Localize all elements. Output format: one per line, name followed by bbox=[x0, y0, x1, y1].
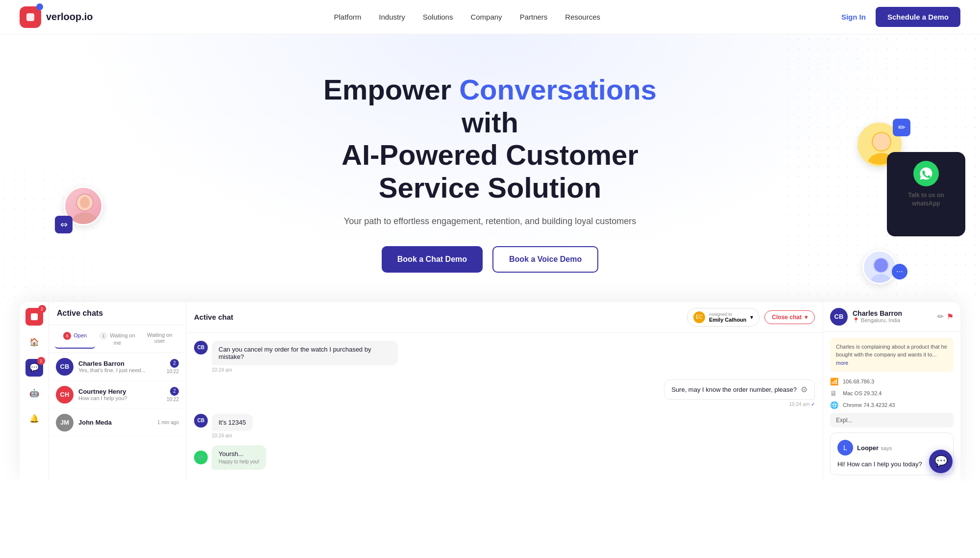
msg-text-2: Sure, may I know the order number, pleas… bbox=[671, 386, 797, 393]
message-4: 🛒 Yoursh... Happy to help you! bbox=[194, 445, 815, 470]
msg-bubble-1: Can you cancel my order for the watch I … bbox=[212, 341, 398, 365]
hero-title-plain: Empower bbox=[323, 74, 459, 105]
msg-avatar-3: CB bbox=[194, 414, 208, 428]
chat-widget-fab[interactable]: 💬 bbox=[929, 450, 953, 473]
sidebar-brand-icon[interactable] bbox=[25, 308, 43, 326]
looper-info: Looper says bbox=[857, 443, 892, 452]
assigned-button[interactable]: EC Assigned to Emily Calhoun ▾ bbox=[687, 308, 760, 327]
os-value: Mac OS 29.32.4 bbox=[843, 390, 882, 396]
note-more-link[interactable]: more bbox=[836, 360, 848, 366]
tab-waiting-me[interactable]: 1 Waiting on me bbox=[97, 329, 137, 349]
svg-point-7 bbox=[873, 133, 890, 151]
book-chat-demo-button[interactable]: Book a Chat Demo bbox=[382, 246, 483, 273]
whatsapp-cta-text: Talk to us on whatsApp bbox=[897, 191, 956, 208]
waiting-me-badge: 1 bbox=[99, 332, 107, 340]
assigned-to-label: Assigned to Emily Calhoun bbox=[709, 312, 746, 323]
globe-icon: 🌐 bbox=[830, 401, 839, 409]
courtney-preview: How can I help you? bbox=[78, 395, 162, 401]
chat-list-header: Active chats bbox=[49, 302, 186, 325]
msg-text-3: It's 12345 bbox=[219, 419, 246, 426]
john-avatar: JM bbox=[56, 414, 74, 431]
john-time: 1 min ago bbox=[157, 420, 179, 425]
nav-platform[interactable]: Platform bbox=[334, 13, 361, 21]
read-check-icon: ✓ bbox=[811, 402, 815, 407]
charles-avatar: CB bbox=[56, 358, 74, 376]
courtney-time: 10:22 bbox=[167, 397, 179, 402]
message-2: Sure, may I know the order number, pleas… bbox=[194, 380, 815, 407]
charles-info: Charles Barron Yes, that's fine. I just … bbox=[78, 360, 162, 373]
svg-point-10 bbox=[874, 258, 888, 272]
chat-item-charles[interactable]: CB Charles Barron Yes, that's fine. I ju… bbox=[49, 353, 186, 381]
svg-rect-0 bbox=[26, 13, 34, 21]
browser-value: Chrome 74.3.4232.43 bbox=[843, 402, 895, 408]
cb-location: 📍 Bengaluru, India bbox=[853, 317, 902, 324]
assignee-avatar: EC bbox=[693, 311, 705, 323]
cb-name: Charles Barron bbox=[853, 309, 902, 317]
sidebar-bot-icon[interactable]: 🤖 bbox=[25, 384, 43, 402]
hero-title-highlight: Conversations bbox=[459, 74, 657, 105]
sidebar-narrow: 🏠 💬 2 🤖 🔔 bbox=[20, 302, 49, 482]
charles-unread: 2 bbox=[170, 359, 179, 368]
cb-details: Charles Barron 📍 Bengaluru, India bbox=[853, 309, 902, 324]
hero-subtitle: Your path to effortless engagement, rete… bbox=[20, 216, 960, 227]
store-avatar: 🛒 bbox=[194, 451, 208, 464]
sidebar-chat-icon[interactable]: 💬 2 bbox=[25, 359, 43, 377]
nav-actions: Sign In Schedule a Demo bbox=[841, 7, 960, 27]
close-chat-button[interactable]: Close chat ▾ bbox=[764, 310, 815, 324]
floating-avatar-3 bbox=[862, 250, 897, 284]
cb-actions: ✏ ⚑ bbox=[937, 312, 954, 321]
nav-partners[interactable]: Partners bbox=[520, 13, 548, 21]
chat-item-courtney[interactable]: CH Courtney Henry How can I help you? 2 … bbox=[49, 381, 186, 409]
chat-tabs: 6 Open 1 Waiting on me Waiting on user bbox=[49, 325, 186, 353]
svg-point-4 bbox=[80, 197, 90, 208]
whatsapp-cta[interactable]: Talk to us on whatsApp bbox=[887, 152, 965, 236]
charles-time: 10:22 bbox=[167, 369, 179, 374]
message-3: CB It's 12345 10:24 am bbox=[194, 414, 815, 438]
msg-time-3: 10:24 am bbox=[212, 433, 253, 438]
john-meta: 1 min ago bbox=[157, 420, 179, 425]
explore-button[interactable]: Expl... bbox=[830, 413, 954, 428]
floating-icon-1: ⇔ bbox=[55, 216, 73, 233]
msg-time-1: 10:24 am bbox=[212, 367, 398, 373]
msg-bubble-4: Yoursh... Happy to help you! bbox=[212, 445, 266, 470]
floating-icon-3: ⋯ bbox=[892, 264, 907, 279]
active-chat-panel: Active chat EC Assigned to Emily Calhoun… bbox=[186, 302, 823, 482]
flag-icon[interactable]: ⚑ bbox=[947, 312, 954, 321]
charles-name: Charles Barron bbox=[78, 360, 162, 367]
dot-pattern-left bbox=[0, 155, 98, 302]
book-voice-demo-button[interactable]: Book a Voice Demo bbox=[492, 246, 598, 273]
close-chat-label: Close chat bbox=[772, 314, 802, 321]
copy-icon[interactable]: ⚙ bbox=[801, 385, 808, 394]
active-chat-title: Active chat bbox=[194, 313, 233, 321]
cb-avatar: CB bbox=[830, 308, 848, 326]
schedule-demo-button[interactable]: Schedule a Demo bbox=[876, 7, 960, 27]
nav-links: Platform Industry Solutions Company Part… bbox=[334, 13, 600, 22]
nav-industry[interactable]: Industry bbox=[379, 13, 405, 21]
navigation: verloop.io Platform Industry Solutions C… bbox=[0, 0, 980, 34]
signin-link[interactable]: Sign In bbox=[841, 13, 866, 21]
assigned-chevron-icon: ▾ bbox=[750, 314, 753, 321]
nav-resources[interactable]: Resources bbox=[565, 13, 600, 21]
sidebar-home-icon[interactable]: 🏠 bbox=[25, 333, 43, 351]
looper-avatar: L bbox=[837, 440, 853, 456]
chat-item-john[interactable]: JM John Meda 1 min ago bbox=[49, 409, 186, 437]
nav-solutions[interactable]: Solutions bbox=[423, 13, 453, 21]
logo[interactable]: verloop.io bbox=[20, 6, 93, 28]
edit-icon[interactable]: ✏ bbox=[937, 312, 944, 321]
msg-bubble-3: It's 12345 bbox=[212, 414, 253, 431]
looper-header: L Looper says bbox=[837, 440, 946, 456]
msg-text-4: Yoursh... Happy to help you! bbox=[219, 450, 259, 465]
courtney-avatar: CH bbox=[56, 386, 74, 404]
nav-company[interactable]: Company bbox=[470, 13, 502, 21]
courtney-name: Courtney Henry bbox=[78, 388, 162, 395]
logo-icon bbox=[20, 6, 41, 28]
floating-icon-2: ✏ bbox=[893, 119, 910, 136]
tab-waiting-user[interactable]: Waiting on user bbox=[140, 329, 180, 349]
tab-open[interactable]: 6 Open bbox=[55, 329, 95, 349]
ip-row: 📶 106.68.786.3 bbox=[830, 378, 954, 385]
dashboard-preview: 🏠 💬 2 🤖 🔔 Active chats 6 Open 1 Waiting … bbox=[20, 302, 960, 482]
sidebar-notify-icon[interactable]: 🔔 bbox=[25, 410, 43, 428]
svg-point-9 bbox=[870, 274, 892, 284]
browser-row: 🌐 Chrome 74.3.4232.43 bbox=[830, 401, 954, 409]
courtney-meta: 2 10:22 bbox=[167, 387, 179, 402]
